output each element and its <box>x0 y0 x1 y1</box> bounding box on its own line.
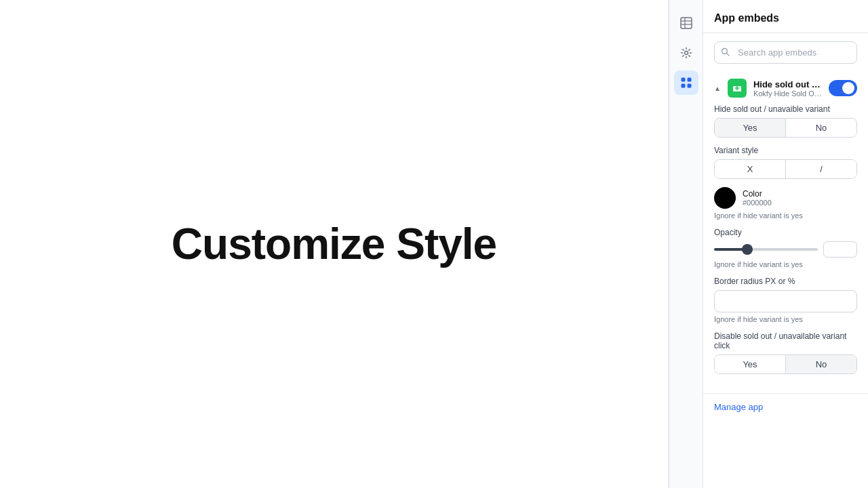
variant-style-group: X / <box>714 159 857 179</box>
panel-title: App embeds <box>714 12 779 24</box>
page-title: Customize Style <box>172 219 496 269</box>
color-swatch <box>714 187 736 209</box>
hide-variant-field: Hide sold out / unavaible variant Yes No <box>714 104 857 138</box>
table-icon-button[interactable] <box>674 11 698 35</box>
embed-app-icon <box>728 79 747 98</box>
variant-slash-button[interactable]: / <box>785 160 856 178</box>
opacity-note: Ignore if hide variant is yes <box>714 260 857 268</box>
embed-header[interactable]: ▲ Hide sold out variant Kokfy Hide Sold … <box>703 72 868 104</box>
color-label: Color <box>743 189 772 199</box>
disable-click-label: Disable sold out / unavailable variant c… <box>714 331 857 350</box>
border-radius-input[interactable]: 40px <box>714 290 857 312</box>
table-icon <box>680 17 692 29</box>
search-input[interactable] <box>714 41 857 64</box>
disable-click-field: Disable sold out / unavailable variant c… <box>714 331 857 374</box>
variant-style-field: Variant style X / <box>714 146 857 179</box>
embed-section: ▲ Hide sold out variant Kokfy Hide Sold … <box>703 72 868 394</box>
right-panel: App embeds ▲ <box>668 0 868 488</box>
settings-icon-button[interactable] <box>674 41 698 65</box>
hide-variant-label: Hide sold out / unavaible variant <box>714 104 857 114</box>
main-content: Customize Style <box>0 0 668 488</box>
color-value: #000000 <box>743 199 772 207</box>
hide-variant-yes-button[interactable]: Yes <box>715 119 785 137</box>
disable-click-toggle-group: Yes No <box>714 354 857 374</box>
disable-click-yes-button[interactable]: Yes <box>715 355 785 373</box>
chevron-up-icon: ▲ <box>714 85 721 92</box>
opacity-slider[interactable] <box>714 248 818 251</box>
svg-rect-5 <box>681 78 685 82</box>
opacity-field: Opacity 0.3 Ignore if hide variant is ye… <box>714 228 857 268</box>
apps-icon <box>680 77 692 89</box>
hide-variant-toggle-group: Yes No <box>714 118 857 138</box>
border-radius-label: Border radius PX or % <box>714 277 857 286</box>
search-box <box>714 41 857 64</box>
svg-point-4 <box>684 52 688 55</box>
opacity-input[interactable]: 0.3 <box>823 241 857 258</box>
variant-style-label: Variant style <box>714 146 857 155</box>
embed-subtitle: Kokfy Hide Sold Out Varia... <box>753 89 822 98</box>
variant-x-button[interactable]: X <box>715 160 785 178</box>
gear-icon <box>680 47 692 59</box>
toggle-slider <box>829 80 857 96</box>
settings-panel: App embeds ▲ <box>703 0 868 488</box>
disable-click-no-button[interactable]: No <box>785 355 856 373</box>
panel-header: App embeds <box>703 0 868 33</box>
color-note: Ignore if hide variant is yes <box>714 211 857 220</box>
svg-rect-8 <box>687 84 691 88</box>
manage-app-link[interactable]: Manage app <box>703 394 868 418</box>
svg-rect-7 <box>681 84 685 88</box>
svg-rect-0 <box>681 18 692 28</box>
color-info: Color #000000 <box>743 189 772 207</box>
opacity-label: Opacity <box>714 228 857 237</box>
embed-body: Hide sold out / unavaible variant Yes No… <box>703 104 868 393</box>
svg-point-9 <box>722 48 728 54</box>
color-row[interactable]: Color #000000 <box>714 187 857 209</box>
color-field: Color #000000 Ignore if hide variant is … <box>714 187 857 220</box>
embed-info: Hide sold out variant Kokfy Hide Sold Ou… <box>753 79 822 98</box>
border-radius-note: Ignore if hide variant is yes <box>714 315 857 323</box>
hide-variant-no-button[interactable]: No <box>785 119 856 137</box>
sidebar <box>669 0 703 488</box>
opacity-row: 0.3 <box>714 241 857 258</box>
apps-icon-button[interactable] <box>674 70 698 95</box>
svg-rect-6 <box>687 78 691 82</box>
embed-name: Hide sold out variant <box>753 79 822 89</box>
search-icon <box>721 47 730 58</box>
svg-line-10 <box>727 53 729 55</box>
embed-toggle[interactable] <box>829 80 857 96</box>
border-radius-field: Border radius PX or % 40px Ignore if hid… <box>714 277 857 323</box>
